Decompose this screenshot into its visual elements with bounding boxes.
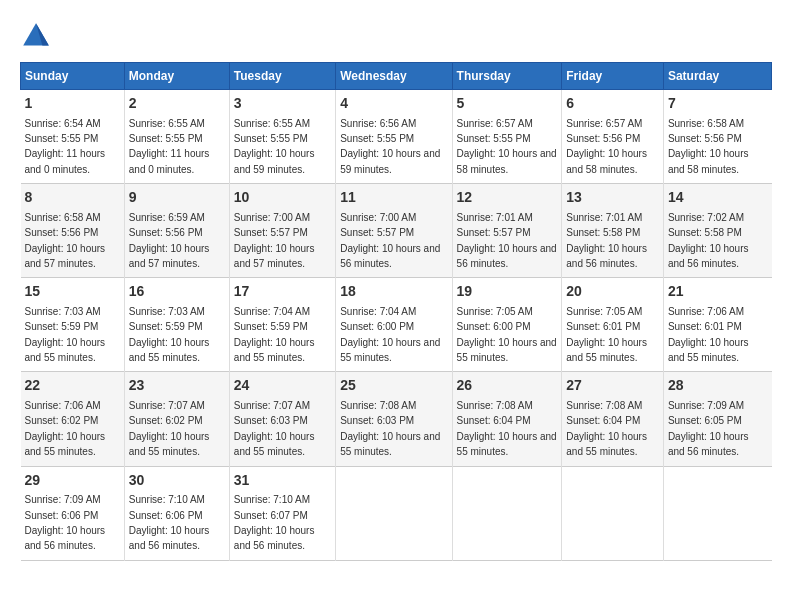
logo	[20, 20, 56, 52]
sunrise: Sunrise: 7:06 AM	[25, 400, 101, 411]
sunset: Sunset: 6:02 PM	[129, 415, 203, 426]
day-number: 28	[668, 376, 768, 396]
sunrise: Sunrise: 7:08 AM	[340, 400, 416, 411]
sunset: Sunset: 5:58 PM	[566, 227, 640, 238]
daylight: Daylight: 10 hours and 56 minutes.	[234, 525, 315, 551]
day-number: 25	[340, 376, 447, 396]
day-number: 6	[566, 94, 659, 114]
sunrise: Sunrise: 7:08 AM	[457, 400, 533, 411]
sunset: Sunset: 5:55 PM	[234, 133, 308, 144]
sunset: Sunset: 6:02 PM	[25, 415, 99, 426]
daylight: Daylight: 10 hours and 57 minutes.	[129, 243, 210, 269]
day-number: 17	[234, 282, 331, 302]
daylight: Daylight: 11 hours and 0 minutes.	[129, 148, 210, 174]
day-cell: 9 Sunrise: 6:59 AM Sunset: 5:56 PM Dayli…	[124, 184, 229, 278]
sunset: Sunset: 6:06 PM	[25, 510, 99, 521]
day-number: 27	[566, 376, 659, 396]
week-row-3: 15 Sunrise: 7:03 AM Sunset: 5:59 PM Dayl…	[21, 278, 772, 372]
sunset: Sunset: 6:01 PM	[668, 321, 742, 332]
sunrise: Sunrise: 6:56 AM	[340, 118, 416, 129]
sunrise: Sunrise: 6:55 AM	[234, 118, 310, 129]
sunrise: Sunrise: 7:06 AM	[668, 306, 744, 317]
daylight: Daylight: 10 hours and 55 minutes.	[234, 337, 315, 363]
daylight: Daylight: 10 hours and 57 minutes.	[25, 243, 106, 269]
sunset: Sunset: 5:57 PM	[457, 227, 531, 238]
calendar-table: SundayMondayTuesdayWednesdayThursdayFrid…	[20, 62, 772, 561]
day-cell: 3 Sunrise: 6:55 AM Sunset: 5:55 PM Dayli…	[229, 90, 335, 184]
daylight: Daylight: 10 hours and 55 minutes.	[129, 431, 210, 457]
day-number: 31	[234, 471, 331, 491]
daylight: Daylight: 10 hours and 55 minutes.	[457, 431, 557, 457]
daylight: Daylight: 10 hours and 55 minutes.	[566, 337, 647, 363]
logo-icon	[20, 20, 52, 52]
daylight: Daylight: 10 hours and 58 minutes.	[457, 148, 557, 174]
day-number: 3	[234, 94, 331, 114]
daylight: Daylight: 10 hours and 55 minutes.	[457, 337, 557, 363]
day-cell: 31 Sunrise: 7:10 AM Sunset: 6:07 PM Dayl…	[229, 466, 335, 560]
sunrise: Sunrise: 7:00 AM	[234, 212, 310, 223]
sunrise: Sunrise: 7:05 AM	[566, 306, 642, 317]
day-number: 2	[129, 94, 225, 114]
day-cell: 24 Sunrise: 7:07 AM Sunset: 6:03 PM Dayl…	[229, 372, 335, 466]
sunset: Sunset: 5:55 PM	[25, 133, 99, 144]
day-cell: 15 Sunrise: 7:03 AM Sunset: 5:59 PM Dayl…	[21, 278, 125, 372]
day-cell: 6 Sunrise: 6:57 AM Sunset: 5:56 PM Dayli…	[562, 90, 664, 184]
day-cell: 10 Sunrise: 7:00 AM Sunset: 5:57 PM Dayl…	[229, 184, 335, 278]
sunset: Sunset: 5:55 PM	[457, 133, 531, 144]
sunset: Sunset: 5:55 PM	[340, 133, 414, 144]
day-number: 11	[340, 188, 447, 208]
day-cell: 12 Sunrise: 7:01 AM Sunset: 5:57 PM Dayl…	[452, 184, 562, 278]
sunrise: Sunrise: 7:07 AM	[129, 400, 205, 411]
sunset: Sunset: 6:04 PM	[566, 415, 640, 426]
header-saturday: Saturday	[663, 63, 771, 90]
sunset: Sunset: 5:59 PM	[129, 321, 203, 332]
day-number: 29	[25, 471, 120, 491]
sunset: Sunset: 5:59 PM	[25, 321, 99, 332]
week-row-1: 1 Sunrise: 6:54 AM Sunset: 5:55 PM Dayli…	[21, 90, 772, 184]
day-cell: 11 Sunrise: 7:00 AM Sunset: 5:57 PM Dayl…	[336, 184, 452, 278]
day-cell: 25 Sunrise: 7:08 AM Sunset: 6:03 PM Dayl…	[336, 372, 452, 466]
sunrise: Sunrise: 7:07 AM	[234, 400, 310, 411]
week-row-4: 22 Sunrise: 7:06 AM Sunset: 6:02 PM Dayl…	[21, 372, 772, 466]
daylight: Daylight: 10 hours and 57 minutes.	[234, 243, 315, 269]
daylight: Daylight: 10 hours and 56 minutes.	[668, 243, 749, 269]
daylight: Daylight: 10 hours and 55 minutes.	[668, 337, 749, 363]
sunrise: Sunrise: 6:58 AM	[668, 118, 744, 129]
day-number: 13	[566, 188, 659, 208]
sunrise: Sunrise: 7:02 AM	[668, 212, 744, 223]
day-cell: 27 Sunrise: 7:08 AM Sunset: 6:04 PM Dayl…	[562, 372, 664, 466]
day-cell: 13 Sunrise: 7:01 AM Sunset: 5:58 PM Dayl…	[562, 184, 664, 278]
calendar-body: 1 Sunrise: 6:54 AM Sunset: 5:55 PM Dayli…	[21, 90, 772, 561]
sunrise: Sunrise: 7:08 AM	[566, 400, 642, 411]
day-number: 12	[457, 188, 558, 208]
sunset: Sunset: 6:03 PM	[340, 415, 414, 426]
day-number: 5	[457, 94, 558, 114]
day-number: 8	[25, 188, 120, 208]
sunrise: Sunrise: 6:57 AM	[457, 118, 533, 129]
sunset: Sunset: 6:06 PM	[129, 510, 203, 521]
day-cell: 19 Sunrise: 7:05 AM Sunset: 6:00 PM Dayl…	[452, 278, 562, 372]
sunrise: Sunrise: 7:01 AM	[566, 212, 642, 223]
daylight: Daylight: 10 hours and 55 minutes.	[25, 431, 106, 457]
sunset: Sunset: 6:07 PM	[234, 510, 308, 521]
daylight: Daylight: 11 hours and 0 minutes.	[25, 148, 106, 174]
day-cell: 5 Sunrise: 6:57 AM Sunset: 5:55 PM Dayli…	[452, 90, 562, 184]
sunrise: Sunrise: 7:00 AM	[340, 212, 416, 223]
day-number: 16	[129, 282, 225, 302]
day-number: 19	[457, 282, 558, 302]
header-friday: Friday	[562, 63, 664, 90]
sunset: Sunset: 6:05 PM	[668, 415, 742, 426]
sunrise: Sunrise: 7:10 AM	[234, 494, 310, 505]
sunrise: Sunrise: 7:04 AM	[340, 306, 416, 317]
sunrise: Sunrise: 7:10 AM	[129, 494, 205, 505]
daylight: Daylight: 10 hours and 58 minutes.	[668, 148, 749, 174]
sunset: Sunset: 5:56 PM	[566, 133, 640, 144]
day-cell: 4 Sunrise: 6:56 AM Sunset: 5:55 PM Dayli…	[336, 90, 452, 184]
day-cell	[562, 466, 664, 560]
day-number: 1	[25, 94, 120, 114]
daylight: Daylight: 10 hours and 56 minutes.	[129, 525, 210, 551]
calendar-header: SundayMondayTuesdayWednesdayThursdayFrid…	[21, 63, 772, 90]
daylight: Daylight: 10 hours and 59 minutes.	[234, 148, 315, 174]
daylight: Daylight: 10 hours and 59 minutes.	[340, 148, 440, 174]
day-cell: 20 Sunrise: 7:05 AM Sunset: 6:01 PM Dayl…	[562, 278, 664, 372]
